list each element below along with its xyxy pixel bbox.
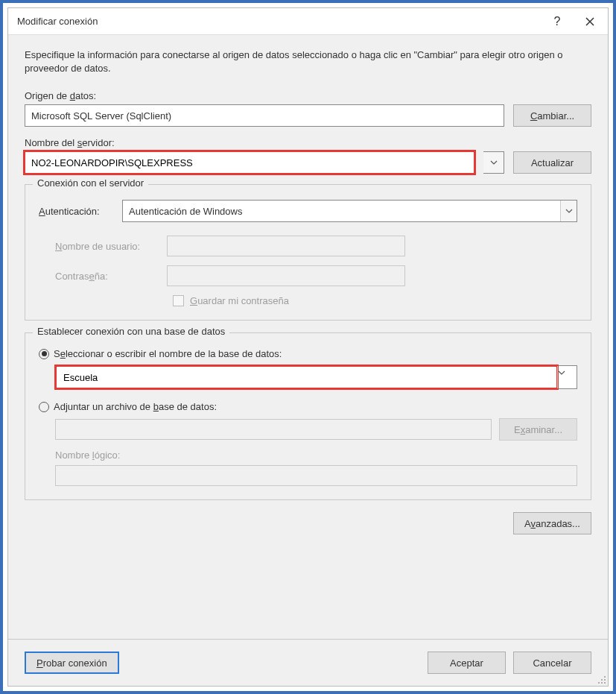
attach-file-radio-row[interactable]: Adjuntar un archivo de base de datos: (39, 401, 577, 412)
database-connection-group: Establecer conexión con una base de dato… (25, 332, 591, 500)
select-database-label: Seleccionar o escribir el nombre de la b… (54, 348, 282, 359)
database-name-combo[interactable] (55, 365, 577, 389)
database-connection-legend: Establecer conexión con una base de dato… (33, 326, 229, 337)
close-icon[interactable] (578, 11, 602, 32)
titlebar: Modificar conexión ? (8, 8, 608, 35)
attach-file-input (55, 419, 492, 440)
server-connection-legend: Conexión con el servidor (33, 177, 148, 189)
data-source-label: Origen de datos: (25, 90, 591, 101)
password-label: Contraseña: (55, 271, 159, 282)
resize-grip-icon[interactable] (596, 674, 606, 684)
test-connection-button[interactable]: Probar conexión (25, 652, 119, 674)
server-name-combo[interactable] (25, 151, 474, 174)
svg-point-2 (604, 679, 606, 681)
chevron-down-icon[interactable] (557, 366, 577, 388)
dialog-footer: Probar conexión Aceptar Cancelar (8, 639, 608, 686)
advanced-button[interactable]: Avanzadas... (513, 512, 591, 534)
svg-point-3 (598, 682, 600, 684)
server-connection-group: Conexión con el servidor Autenticación: … (25, 184, 591, 321)
svg-point-0 (604, 676, 606, 678)
modify-connection-dialog: Modificar conexión ? Especifique la info… (7, 7, 609, 687)
attach-file-label: Adjuntar un archivo de base de datos: (54, 401, 217, 412)
data-source-field: Microsoft SQL Server (SqlClient) (25, 104, 504, 127)
select-database-radio-row[interactable]: Seleccionar o escribir el nombre de la b… (39, 348, 577, 359)
password-input (167, 265, 405, 286)
ok-button[interactable]: Aceptar (428, 652, 506, 674)
svg-point-1 (601, 679, 603, 681)
chevron-down-icon (560, 201, 577, 221)
change-button[interactable]: Cambiar... (513, 104, 591, 127)
help-icon[interactable]: ? (545, 11, 569, 32)
server-name-label: Nombre del servidor: (25, 137, 591, 148)
attach-file-radio[interactable] (39, 402, 49, 412)
server-name-dropdown-button[interactable] (483, 151, 504, 174)
authentication-dropdown[interactable]: Autenticación de Windows (122, 200, 577, 222)
svg-point-5 (604, 682, 606, 684)
username-label: Nombre de usuario: (55, 241, 159, 252)
authentication-label: Autenticación: (39, 206, 113, 217)
browse-button: Examinar... (499, 418, 577, 441)
instructions-text: Especifique la información para conectar… (25, 48, 591, 75)
database-name-input[interactable] (56, 366, 557, 388)
server-name-input[interactable] (25, 152, 474, 173)
save-password-checkbox (173, 295, 184, 306)
save-password-label: Guardar mi contraseña (190, 295, 289, 306)
dialog-title: Modificar conexión (14, 16, 98, 27)
logical-name-input (55, 465, 577, 486)
logical-name-label: Nombre lógico: (55, 449, 577, 461)
refresh-button[interactable]: Actualizar (513, 151, 591, 174)
username-input (167, 236, 405, 256)
select-database-radio[interactable] (39, 349, 49, 359)
authentication-value: Autenticación de Windows (123, 201, 560, 221)
svg-point-4 (601, 682, 603, 684)
cancel-button[interactable]: Cancelar (513, 652, 591, 674)
